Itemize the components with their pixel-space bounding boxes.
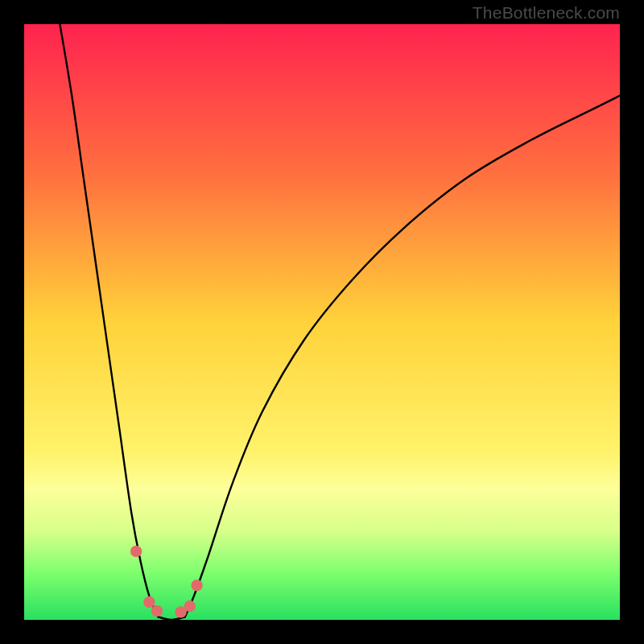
marker-dot xyxy=(184,601,196,612)
marker-dot xyxy=(151,605,163,617)
right-branch-curve xyxy=(185,96,620,617)
marker-dot xyxy=(143,597,155,608)
curve-layer xyxy=(24,24,620,620)
chart-frame: TheBottleneck.com xyxy=(0,0,644,644)
markers-group xyxy=(130,546,203,618)
marker-dot xyxy=(130,546,142,557)
left-branch-curve xyxy=(60,24,158,617)
marker-dot xyxy=(191,580,202,591)
plot-area xyxy=(24,24,620,620)
watermark-text: TheBottleneck.com xyxy=(473,3,620,23)
